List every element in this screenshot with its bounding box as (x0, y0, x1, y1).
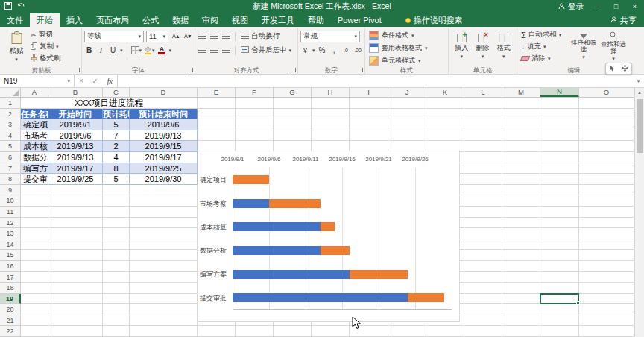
cell[interactable] (21, 304, 48, 315)
font-name-select[interactable]: 等线▾ (84, 31, 144, 42)
cell[interactable] (130, 185, 198, 196)
cell[interactable] (21, 272, 48, 283)
cell[interactable] (312, 326, 350, 337)
cell[interactable] (130, 207, 198, 218)
gantt-chart[interactable]: 2019/9/12019/9/62019/9/112019/9/162019/9… (198, 151, 460, 322)
data-cell[interactable]: 2019/9/6 (130, 119, 198, 130)
cell[interactable] (579, 294, 634, 305)
cell[interactable] (540, 130, 579, 142)
cell[interactable] (502, 218, 540, 229)
data-cell[interactable]: 成本核算 (21, 141, 48, 152)
cell[interactable] (464, 119, 502, 130)
cell[interactable] (579, 315, 634, 327)
cell[interactable] (502, 195, 540, 207)
cell[interactable] (579, 218, 634, 229)
row-header-4[interactable]: 4 (0, 130, 21, 142)
tab-3[interactable]: 页面布局 (89, 13, 136, 27)
dialog-launcher-icon[interactable] (75, 68, 80, 72)
cell[interactable] (103, 250, 130, 261)
row-header-8[interactable]: 8 (0, 174, 21, 185)
pointer-icon[interactable] (610, 64, 615, 73)
row-header-5[interactable]: 5 (0, 141, 21, 152)
cell[interactable] (464, 98, 502, 109)
align-top-icon[interactable] (198, 31, 207, 42)
cell[interactable] (579, 326, 634, 337)
data-cell[interactable]: 市场考察 (21, 130, 48, 142)
align-middle-icon[interactable] (209, 31, 219, 42)
data-cell[interactable]: 2019/9/13 (130, 130, 198, 142)
cell[interactable] (502, 272, 540, 283)
format-as-table-button[interactable]: 套用表格格式▾ (367, 42, 446, 54)
cell[interactable] (21, 283, 48, 294)
merge-center-button[interactable]: 合并后居中▾ (239, 45, 293, 56)
cell[interactable] (540, 163, 579, 174)
cell[interactable] (21, 326, 48, 337)
cell[interactable] (48, 228, 103, 239)
row-header-19[interactable]: 19 (0, 294, 21, 305)
cell[interactable] (464, 272, 502, 283)
increase-font-size-icon[interactable]: A▴ (171, 31, 180, 42)
cell[interactable] (103, 185, 130, 196)
find-select-button[interactable]: 查找和选择▾ (599, 28, 628, 65)
table-header-cell[interactable]: 开始时间 (48, 109, 103, 120)
cell[interactable] (48, 195, 103, 207)
column-header-B[interactable]: B (48, 88, 103, 97)
cell[interactable] (426, 109, 464, 120)
fill-button[interactable]: ↓填充▾ (520, 41, 569, 52)
data-cell[interactable]: 4 (103, 152, 130, 163)
format-painter-button[interactable]: 格式刷 (29, 53, 63, 64)
cell[interactable] (48, 294, 103, 305)
cell[interactable] (130, 315, 198, 327)
close-button[interactable]: × (630, 3, 640, 10)
cell[interactable] (198, 98, 236, 109)
fill-handle[interactable] (576, 301, 580, 305)
cell[interactable] (540, 119, 579, 130)
cell[interactable] (350, 326, 388, 337)
tab-10[interactable]: Power Pivot (331, 13, 388, 27)
cell[interactable] (464, 130, 502, 142)
cell[interactable] (502, 130, 540, 142)
cell[interactable] (198, 130, 236, 142)
cell[interactable] (21, 228, 48, 239)
cell[interactable] (130, 272, 198, 283)
confirm-icon[interactable]: ✓ (92, 77, 98, 85)
cell[interactable] (48, 207, 103, 218)
cell[interactable] (21, 185, 48, 196)
gantt-bar-offset[interactable] (233, 199, 269, 208)
cell[interactable] (464, 304, 502, 315)
data-cell[interactable]: 2019/9/15 (130, 141, 198, 152)
gantt-bar-duration[interactable] (321, 222, 335, 231)
bold-button[interactable]: B (84, 45, 94, 56)
cell[interactable] (21, 218, 48, 229)
gantt-bar-offset[interactable] (233, 246, 321, 255)
cell[interactable] (502, 283, 540, 294)
data-cell[interactable]: 2019/9/13 (48, 141, 103, 152)
row-header-6[interactable]: 6 (0, 152, 21, 163)
cell[interactable] (502, 250, 540, 261)
data-cell[interactable]: 2 (103, 141, 130, 152)
cell[interactable] (540, 109, 579, 120)
cell[interactable] (502, 228, 540, 239)
insert-cells-button[interactable]: 插入▾ (451, 28, 472, 65)
data-cell[interactable]: 5 (103, 174, 130, 185)
cell[interactable] (48, 239, 103, 251)
cell[interactable] (21, 195, 48, 207)
cell[interactable] (540, 261, 579, 272)
cell[interactable] (540, 272, 579, 283)
dialog-launcher-icon[interactable] (189, 68, 193, 72)
cell[interactable] (426, 326, 464, 337)
align-left-icon[interactable] (198, 45, 207, 56)
cell[interactable] (579, 239, 634, 251)
cell[interactable] (21, 261, 48, 272)
cell[interactable] (312, 98, 350, 109)
selected-cell-N19[interactable] (540, 293, 579, 305)
cell[interactable] (130, 294, 198, 305)
cell[interactable] (464, 163, 502, 174)
cell[interactable] (426, 130, 464, 142)
cell[interactable] (540, 326, 579, 337)
cell[interactable] (502, 141, 540, 152)
tab-2[interactable]: 插入 (60, 13, 89, 27)
cell[interactable] (48, 304, 103, 315)
accounting-format-button[interactable]: ¥ (300, 45, 310, 56)
cell[interactable] (579, 250, 634, 261)
